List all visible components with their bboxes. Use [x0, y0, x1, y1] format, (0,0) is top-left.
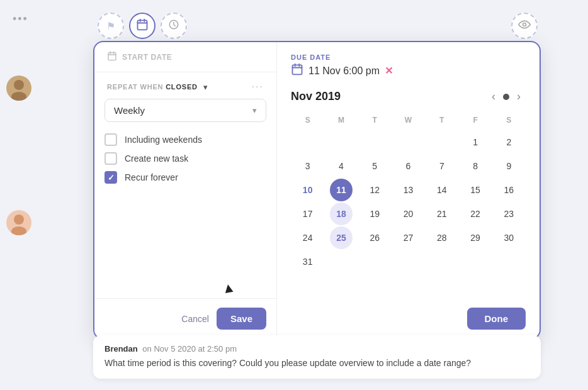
clock-tab-button[interactable] [161, 13, 187, 39]
calendar-day-27[interactable]: 27 [397, 226, 419, 249]
calendar-day-empty [497, 250, 520, 273]
calendar-day-17[interactable]: 17 [297, 203, 319, 225]
calendar-day-15[interactable]: 15 [464, 179, 487, 201]
flag-icon: ⚑ [106, 20, 115, 32]
cancel-button[interactable]: Cancel [174, 309, 217, 329]
eye-icon [518, 18, 531, 34]
calendar-day-empty [363, 250, 386, 273]
calendar-day-29[interactable]: 29 [464, 226, 487, 249]
checkbox-new-task-label: Create new task [125, 153, 188, 164]
calendar-day-22[interactable]: 22 [464, 203, 487, 225]
chat-message: Brendan on Nov 5 2020 at 2:50 pm What ti… [93, 335, 541, 379]
weekday-wed: W [392, 113, 425, 127]
repeat-chevron[interactable]: ▾ [203, 82, 208, 92]
left-pane: START DATE REPEAT WHEN CLOSED ▾ ··· Week… [94, 42, 277, 338]
calendar-day-8[interactable]: 8 [464, 155, 487, 177]
toolbar: ••• [0, 13, 588, 26]
calendar-month-title: Nov 2019 [291, 90, 487, 103]
svg-point-5 [523, 23, 526, 26]
calendar-day-30[interactable]: 30 [497, 226, 520, 249]
repeat-frequency-dropdown[interactable]: Weekly ▾ [105, 99, 266, 122]
checkbox-box-new-task[interactable] [105, 152, 117, 165]
calendar-day-empty [397, 250, 419, 273]
checkbox-recur-label: Recur forever [125, 172, 178, 182]
calendar-day-7[interactable]: 7 [431, 155, 453, 177]
calendar-day-5[interactable]: 5 [363, 155, 386, 177]
checkbox-box-recur[interactable] [105, 171, 117, 184]
repeat-label: REPEAT WHEN CLOSED [107, 83, 198, 91]
left-footer: Cancel Save [94, 298, 276, 338]
calendar-day-empty [464, 250, 487, 273]
checkbox-create-new-task[interactable]: Create new task [105, 152, 266, 165]
checkbox-box-weekends[interactable] [105, 133, 117, 146]
calendar-day-12[interactable]: 12 [363, 179, 386, 201]
checkbox-including-weekends[interactable]: Including weekends [105, 133, 266, 146]
calendar-day-empty [363, 131, 386, 153]
checkbox-recur-forever[interactable]: Recur forever [105, 171, 266, 184]
done-button[interactable]: Done [467, 308, 526, 330]
weekday-mon: M [324, 113, 358, 127]
repeat-dots-menu[interactable]: ··· [252, 81, 264, 92]
calendar-day-26[interactable]: 26 [363, 226, 386, 249]
avatar-1[interactable] [6, 75, 31, 101]
avatar-list [6, 75, 31, 235]
eye-button[interactable] [511, 13, 538, 39]
calendar-day-empty [431, 131, 453, 153]
calendar-day-13[interactable]: 13 [397, 179, 419, 201]
calendar-tab-button[interactable] [129, 13, 155, 39]
calendar-day-1[interactable]: 1 [464, 131, 487, 153]
calendar-weekdays: S M T W T F S [291, 113, 526, 127]
calendar-day-9[interactable]: 9 [497, 155, 520, 177]
chat-author: Brendan [105, 344, 138, 354]
weekday-tue: T [358, 113, 392, 127]
flag-button[interactable]: ⚑ [98, 13, 124, 39]
calendar-day-23[interactable]: 23 [497, 203, 520, 225]
calendar-prev-button[interactable]: ‹ [487, 87, 500, 106]
weekday-fri: F [458, 113, 492, 127]
main-dialog: START DATE REPEAT WHEN CLOSED ▾ ··· Week… [93, 41, 541, 340]
weekday-sat: S [492, 113, 526, 127]
weekday-thu: T [425, 113, 458, 127]
calendar-day-28[interactable]: 28 [431, 226, 453, 249]
calendar-day-4[interactable]: 4 [330, 155, 353, 177]
calendar-day-21[interactable]: 21 [431, 203, 453, 225]
calendar-day-19[interactable]: 19 [363, 203, 386, 225]
calendar-day-16[interactable]: 16 [497, 179, 520, 201]
calendar-day-25[interactable]: 25 [330, 226, 353, 249]
calendar-day-18[interactable]: 18 [330, 203, 353, 225]
due-date-value-row: 11 Nov 6:00 pm ✕ [291, 63, 526, 79]
due-date-clear-icon[interactable]: ✕ [385, 65, 393, 77]
avatar-2[interactable] [6, 210, 31, 235]
repeat-header: REPEAT WHEN CLOSED ▾ ··· [94, 72, 276, 99]
right-pane: DUE DATE 11 Nov 6:00 pm ✕ Nov 2019 ‹ › [277, 42, 540, 338]
svg-point-8 [14, 214, 24, 225]
calendar-day-10[interactable]: 10 [297, 179, 319, 201]
calendar-day-empty [330, 131, 353, 153]
start-date-row[interactable]: START DATE [94, 42, 276, 72]
save-button[interactable]: Save [217, 308, 266, 330]
start-date-label: START DATE [122, 53, 172, 62]
svg-point-6 [14, 80, 24, 90]
chat-meta: Brendan on Nov 5 2020 at 2:50 pm [105, 344, 529, 354]
svg-rect-0 [138, 20, 147, 30]
calendar-day-2[interactable]: 2 [497, 131, 520, 153]
toolbar-dots[interactable]: ••• [13, 13, 28, 26]
dropdown-value: Weekly [114, 105, 145, 116]
calendar-day-31[interactable]: 31 [297, 250, 319, 273]
calendar-day-11[interactable]: 11 [330, 179, 353, 201]
calendar-day-14[interactable]: 14 [431, 179, 453, 201]
calendar-day-empty [297, 131, 319, 153]
calendar-days: 1234567891011121314151617181920212223242… [291, 131, 526, 273]
calendar-day-empty [431, 250, 453, 273]
calendar-today-dot [503, 94, 509, 100]
due-date-value: 11 Nov 6:00 pm [308, 65, 380, 77]
calendar-day-6[interactable]: 6 [397, 155, 419, 177]
calendar-nav: Nov 2019 ‹ › [291, 87, 526, 106]
due-date-cal-icon [291, 63, 303, 79]
calendar-day-20[interactable]: 20 [397, 203, 419, 225]
calendar-next-button[interactable]: › [512, 87, 526, 106]
calendar-day-3[interactable]: 3 [297, 155, 319, 177]
clock-icon [168, 19, 179, 33]
calendar-day-24[interactable]: 24 [297, 226, 319, 249]
due-date-label: DUE DATE [291, 53, 526, 61]
